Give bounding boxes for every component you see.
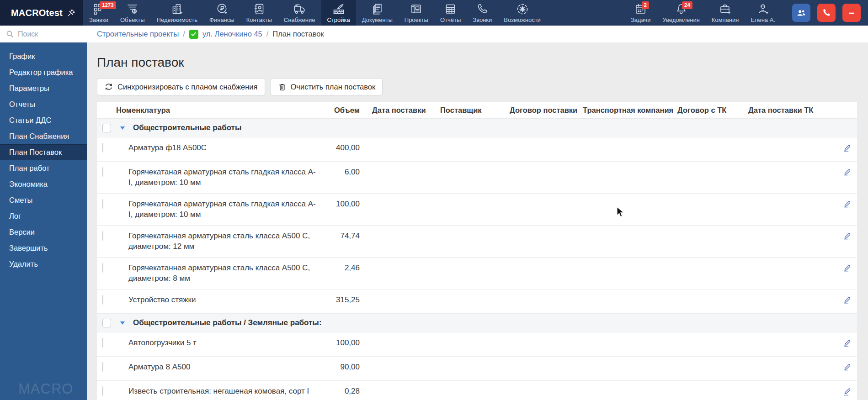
sidebar-item-10[interactable]: Лог [0, 208, 87, 224]
edit-row-button[interactable] [841, 142, 853, 156]
nav-item-contacts[interactable]: Контакты [240, 0, 278, 26]
edit-row-button[interactable] [841, 361, 853, 375]
phone-button[interactable] [817, 4, 836, 22]
trash-icon [278, 83, 287, 91]
nav-item-user[interactable]: Елена А. [745, 0, 781, 26]
cell-tk-contract [677, 289, 748, 300]
cell-nomenclature: Устройство стяжки [123, 289, 317, 311]
nav-item-features[interactable]: Возможности [498, 0, 547, 26]
search-input[interactable] [18, 30, 82, 38]
cell-supplier [440, 137, 510, 148]
nav-item-tasks[interactable]: 2Задачи [625, 0, 657, 26]
nav-item-finance[interactable]: Финансы [203, 0, 240, 26]
nav-item-documents[interactable]: Документы [356, 0, 399, 26]
nav-item-construction[interactable]: Стройка [321, 0, 356, 26]
nav-item-reports[interactable]: Отчёты [434, 0, 467, 26]
row-checkbox[interactable] [102, 362, 103, 372]
col-header-tk-date: Дата поставки ТК [748, 106, 837, 115]
nav-item-company[interactable]: Компания [706, 0, 745, 26]
sidebar-item-1[interactable]: Редактор графика [0, 64, 87, 80]
sidebar-item-9[interactable]: Сметы [0, 192, 87, 208]
row-checkbox[interactable] [102, 124, 111, 132]
realty-icon [171, 2, 183, 16]
cell-tk-contract [677, 258, 748, 268]
row-checkbox[interactable] [102, 338, 103, 347]
table-group-row: Общестроительные работы [97, 119, 857, 137]
page-title: План поставок [97, 55, 868, 70]
edit-row-button[interactable] [841, 385, 853, 399]
edit-row-button[interactable] [841, 294, 853, 308]
cell-delivery-date [360, 332, 440, 343]
nav-item-objects[interactable]: Объекты [114, 0, 151, 26]
nav-item-applications[interactable]: 1273Заявки [83, 0, 114, 26]
sidebar-item-11[interactable]: Версии [0, 224, 87, 240]
nav-item-label: Уведомления [662, 16, 699, 23]
status-check-icon [189, 30, 198, 39]
breadcrumb-link-projects[interactable]: Строительные проекты [97, 30, 179, 38]
cell-delivery-date [360, 137, 440, 148]
collapse-caret-icon[interactable] [120, 321, 125, 325]
app-window: MACROtest 1273ЗаявкиОбъектыНедвижимостьФ… [0, 0, 868, 400]
cell-transport-company [583, 332, 677, 343]
pencil-icon [842, 362, 852, 373]
table-row: Арматура 8 А50090,00 [97, 357, 857, 381]
sidebar-search [0, 26, 87, 42]
edit-row-button[interactable] [841, 337, 853, 351]
nav-item-label: Задачи [631, 16, 651, 23]
cell-tk-contract [677, 162, 748, 173]
row-checkbox[interactable] [102, 295, 103, 305]
breadcrumb-link-object[interactable]: ул. Леночкино 45 [202, 30, 262, 38]
row-checkbox[interactable] [102, 263, 103, 273]
sidebar-item-13[interactable]: Удалить [0, 256, 87, 272]
row-checkbox[interactable] [102, 319, 111, 327]
cell-supplier [440, 258, 510, 268]
nav-item-calls[interactable]: Звонки [467, 0, 498, 26]
sidebar-item-4[interactable]: Статьи ДДС [0, 112, 87, 128]
sidebar-item-12[interactable]: Завершить [0, 240, 87, 256]
sidebar-item-2[interactable]: Параметры [0, 80, 87, 96]
sidebar-item-0[interactable]: График [0, 48, 87, 64]
toolbar: Синхронизировать с планом снабжения Очис… [97, 78, 868, 95]
cell-transport-company [583, 162, 677, 173]
edit-row-button[interactable] [841, 262, 853, 276]
cell-tk-date [748, 194, 837, 205]
finance-icon [216, 2, 228, 16]
cell-tk-contract [677, 381, 748, 392]
sidebar-item-7[interactable]: План работ [0, 160, 87, 176]
sidebar-item-5[interactable]: План Снабжения [0, 128, 87, 144]
row-checkbox[interactable] [102, 143, 103, 153]
sidebar: ГрафикРедактор графикаПараметрыОтчетыСта… [0, 26, 87, 400]
nav-item-realty[interactable]: Недвижимость [151, 0, 203, 26]
secondary-nav: 2Задачи24УведомленияКомпанияЕлена А. [625, 0, 781, 26]
sidebar-item-6[interactable]: План Поставок [0, 144, 87, 160]
users-button[interactable] [792, 4, 810, 22]
pin-icon[interactable] [67, 8, 76, 17]
collapse-caret-icon[interactable] [120, 126, 125, 130]
sync-supply-plan-button[interactable]: Синхронизировать с планом снабжения [97, 78, 265, 95]
cell-nomenclature: Арматура ф18 А500С [123, 137, 317, 159]
row-checkbox[interactable] [102, 386, 103, 396]
row-checkbox[interactable] [102, 199, 103, 209]
nav-item-projects[interactable]: Проекты [399, 0, 434, 26]
cell-volume: 100,00 [317, 194, 360, 215]
reports-icon [444, 2, 457, 16]
notifications-badge: 24 [682, 1, 692, 9]
sidebar-item-3[interactable]: Отчеты [0, 96, 87, 112]
nav-item-notifications[interactable]: 24Уведомления [656, 0, 705, 26]
button-label: Синхронизировать с планом снабжения [117, 83, 258, 91]
nav-item-supply[interactable]: Снабжение [278, 0, 321, 26]
row-checkbox[interactable] [102, 231, 103, 241]
sidebar-item-8[interactable]: Экономика [0, 176, 87, 192]
cell-supply-contract [510, 137, 583, 148]
edit-row-button[interactable] [841, 198, 853, 212]
row-checkbox[interactable] [102, 167, 103, 177]
table-row: Устройство стяжки315,25 [97, 289, 857, 314]
col-header-transport-company: Транспортная компания [583, 106, 677, 115]
edit-row-button[interactable] [841, 230, 853, 244]
clear-delivery-plan-button[interactable]: Очистить план поставок [271, 78, 383, 95]
edit-row-button[interactable] [841, 166, 853, 180]
app-logo[interactable]: MACROtest [0, 0, 83, 26]
pencil-icon [842, 143, 852, 153]
minimize-button[interactable]: – [842, 4, 861, 22]
nav-item-label: Заявки [89, 16, 108, 23]
